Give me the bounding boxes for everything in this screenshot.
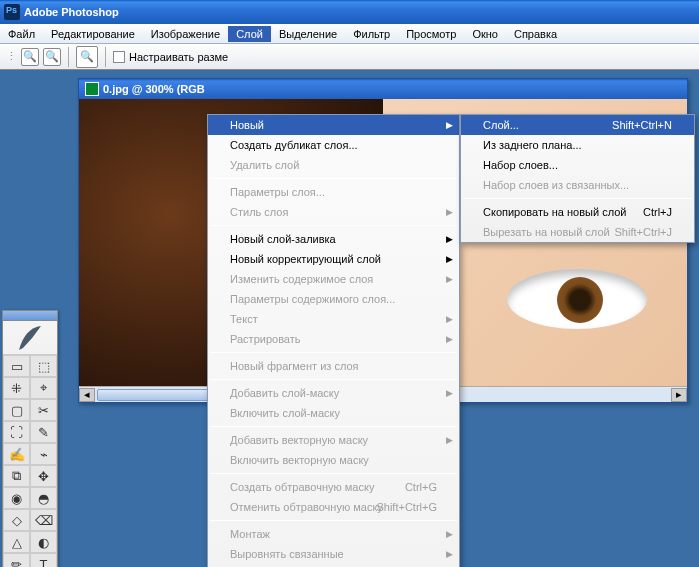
separator <box>68 47 69 67</box>
menu-item-label: Добавить слой-маску <box>230 387 339 399</box>
feather-icon <box>15 324 45 352</box>
menu-item-label: Выровнять связанные <box>230 548 344 560</box>
menu-item-label: Новый корректирующий слой <box>230 253 381 265</box>
menu-item: Включить слой-маску <box>208 403 459 423</box>
menu-item-label: Параметры слоя... <box>230 186 325 198</box>
separator <box>105 47 106 67</box>
tool-button[interactable]: ✎ <box>30 421 57 443</box>
tool-button[interactable]: ◓ <box>30 487 57 509</box>
tool-button[interactable]: ✥ <box>30 465 57 487</box>
submenu-arrow-icon: ▶ <box>446 254 453 264</box>
submenu-arrow-icon: ▶ <box>446 274 453 284</box>
menu-item-label: Стиль слоя <box>230 206 288 218</box>
tool-button[interactable]: ⧉ <box>3 465 30 487</box>
menu-item-label: Добавить векторную маску <box>230 434 368 446</box>
zoom-out-button[interactable]: 🔍 <box>43 48 61 66</box>
resize-label: Настраивать разме <box>129 51 228 63</box>
menu-item-label: Монтаж <box>230 528 270 540</box>
menu-item-окно[interactable]: Окно <box>464 26 506 42</box>
menu-shortcut: Ctrl+J <box>643 206 672 218</box>
tool-button[interactable]: T <box>30 553 57 567</box>
new-submenu-dropdown: Слой...Shift+Ctrl+NИз заднего плана...На… <box>460 114 695 243</box>
menu-item: Включить векторную маску <box>208 450 459 470</box>
menu-item: Параметры слоя... <box>208 182 459 202</box>
menu-item-label: Отменить обтравочную маску <box>230 501 383 513</box>
menu-item[interactable]: Новый корректирующий слой▶ <box>208 249 459 269</box>
menu-item-label: Вырезать на новый слой <box>483 226 610 238</box>
submenu-arrow-icon: ▶ <box>446 529 453 539</box>
menu-item[interactable]: Новый слой-заливка▶ <box>208 229 459 249</box>
menu-item-label: Новый слой-заливка <box>230 233 336 245</box>
submenu-arrow-icon: ▶ <box>446 435 453 445</box>
tool-button[interactable]: ◇ <box>3 509 30 531</box>
menu-item-выделение[interactable]: Выделение <box>271 26 345 42</box>
toolbox: ▭⬚⁜⌖▢✂⛶✎✍⌁⧉✥◉◓◇⌫△◐✏T↖⬡ <box>2 310 58 567</box>
tool-button[interactable]: ⁜ <box>3 377 30 399</box>
menu-item[interactable]: Создать дубликат слоя... <box>208 135 459 155</box>
menu-item-label: Параметры содержимого слоя... <box>230 293 395 305</box>
menu-item: Монтаж▶ <box>208 524 459 544</box>
scroll-right-arrow[interactable]: ▸ <box>671 388 687 402</box>
resize-checkbox[interactable] <box>113 51 125 63</box>
toolbox-header[interactable] <box>3 311 57 321</box>
document-title: 0.jpg @ 300% (RGB <box>103 83 205 95</box>
tool-button[interactable]: ⛶ <box>3 421 30 443</box>
menu-item[interactable]: Из заднего плана... <box>461 135 694 155</box>
tool-button[interactable]: △ <box>3 531 30 553</box>
tool-button[interactable]: ◐ <box>30 531 57 553</box>
menu-separator <box>210 178 457 179</box>
menu-item-фильтр[interactable]: Фильтр <box>345 26 398 42</box>
tool-button[interactable]: ✏ <box>3 553 30 567</box>
submenu-arrow-icon: ▶ <box>446 234 453 244</box>
menu-item: Отменить обтравочную маскуShift+Ctrl+G <box>208 497 459 517</box>
menu-item-label: Удалить слой <box>230 159 299 171</box>
menu-item-label: Скопировать на новый слой <box>483 206 626 218</box>
menu-shortcut: Shift+Ctrl+J <box>615 226 672 238</box>
tool-button[interactable]: ⬚ <box>30 355 57 377</box>
menu-item-label: Включить слой-маску <box>230 407 340 419</box>
menu-item: Вырезать на новый слойShift+Ctrl+J <box>461 222 694 242</box>
tool-button[interactable]: ◉ <box>3 487 30 509</box>
document-titlebar[interactable]: 0.jpg @ 300% (RGB <box>79 79 687 99</box>
submenu-arrow-icon: ▶ <box>446 207 453 217</box>
menu-shortcut: Shift+Ctrl+G <box>376 501 437 513</box>
menu-item: Текст▶ <box>208 309 459 329</box>
tool-grid: ▭⬚⁜⌖▢✂⛶✎✍⌁⧉✥◉◓◇⌫△◐✏T↖⬡ <box>3 355 57 567</box>
menu-item[interactable]: Скопировать на новый слойCtrl+J <box>461 202 694 222</box>
menu-item-слой[interactable]: Слой <box>228 26 271 42</box>
zoom-tool-button[interactable]: 🔍 <box>76 46 98 68</box>
tool-button[interactable]: ⌫ <box>30 509 57 531</box>
submenu-arrow-icon: ▶ <box>446 120 453 130</box>
menu-item-label: Из заднего плана... <box>483 139 582 151</box>
zoom-in-button[interactable]: 🔍 <box>21 48 39 66</box>
scroll-left-arrow[interactable]: ◂ <box>79 388 95 402</box>
workspace: 0.jpg @ 300% (RGB ◂ ▸ ▭⬚⁜⌖▢✂⛶✎✍⌁⧉✥◉◓◇⌫△◐… <box>0 70 699 567</box>
tool-button[interactable]: ▢ <box>3 399 30 421</box>
menu-item[interactable]: Слой...Shift+Ctrl+N <box>461 115 694 135</box>
tool-button[interactable]: ⌁ <box>30 443 57 465</box>
menubar: ФайлРедактированиеИзображениеСлойВыделен… <box>0 24 699 44</box>
menu-item-изображение[interactable]: Изображение <box>143 26 228 42</box>
tool-button[interactable]: ✂ <box>30 399 57 421</box>
tool-button[interactable]: ✍ <box>3 443 30 465</box>
menu-item-label: Включить векторную маску <box>230 454 369 466</box>
app-icon <box>4 4 20 20</box>
toolbox-logo <box>3 321 57 355</box>
options-bar: ⋮ 🔍 🔍 🔍 Настраивать разме <box>0 44 699 70</box>
menu-item-label: Набор слоев... <box>483 159 558 171</box>
menu-item-файл[interactable]: Файл <box>0 26 43 42</box>
menu-item-справка[interactable]: Справка <box>506 26 565 42</box>
menu-item[interactable]: Набор слоев... <box>461 155 694 175</box>
menu-item-label: Слой... <box>483 119 519 131</box>
menu-separator <box>463 198 692 199</box>
menu-item-label: Новый фрагмент из слоя <box>230 360 359 372</box>
menu-item-просмотр[interactable]: Просмотр <box>398 26 464 42</box>
image-content <box>507 269 647 329</box>
tool-button[interactable]: ⌖ <box>30 377 57 399</box>
menu-item[interactable]: Новый▶ <box>208 115 459 135</box>
menu-item-редактирование[interactable]: Редактирование <box>43 26 143 42</box>
menu-item: Растрировать▶ <box>208 329 459 349</box>
menu-item: Параметры содержимого слоя... <box>208 289 459 309</box>
tool-button[interactable]: ▭ <box>3 355 30 377</box>
menu-separator <box>210 352 457 353</box>
